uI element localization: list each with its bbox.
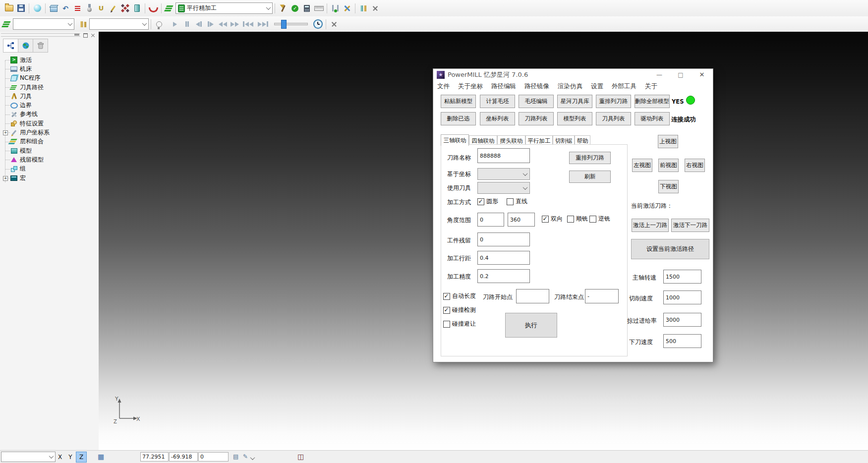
conventional-checkbox[interactable]: 逆铣 — [589, 215, 610, 223]
tree-item-toolpaths[interactable]: 刀具路径 — [3, 83, 98, 92]
toolpath-list-button[interactable]: 刀路列表 — [519, 112, 554, 125]
step-forward-icon[interactable] — [205, 18, 217, 30]
end-point-input[interactable] — [585, 289, 619, 303]
collision-check-icon[interactable]: U — [95, 2, 107, 14]
transform-swap-icon[interactable] — [341, 2, 353, 14]
view-bottom-button[interactable]: 下视图 — [658, 180, 679, 193]
tree-item-macros[interactable]: +宏 — [3, 174, 98, 182]
tree-item-models[interactable]: 模型 — [3, 146, 98, 155]
coord-y-input[interactable] — [169, 452, 198, 462]
angle-from-input[interactable] — [477, 213, 504, 227]
shaded-render-icon[interactable] — [31, 2, 43, 14]
tree-item-groups[interactable]: 组 — [3, 165, 98, 174]
measure-ruler-icon[interactable] — [313, 2, 325, 14]
expand-plus-icon[interactable]: + — [3, 176, 8, 181]
tree-item-stock-models[interactable]: 残留模型 — [3, 155, 98, 164]
dialog-titlebar[interactable]: ★ PowerMILL 忆梦星河 7.0.6 — [433, 69, 713, 81]
menu-render-sim[interactable]: 渲染仿真 — [558, 82, 582, 91]
machine-clamp-icon[interactable] — [329, 2, 341, 14]
coord-x-input[interactable] — [140, 452, 169, 462]
paste-new-model-button[interactable]: 粘贴新模型 — [441, 95, 476, 108]
block-edit-button[interactable]: 毛坯编辑 — [519, 95, 554, 108]
grid-table-icon[interactable]: ▦ — [98, 453, 104, 460]
menu-external-tools[interactable]: 外部工具 — [612, 82, 637, 91]
close-button[interactable]: ✕ — [696, 70, 708, 80]
method-line-checkbox[interactable]: 直线 — [507, 197, 527, 206]
coord-list-button[interactable]: 坐标列表 — [480, 112, 515, 125]
activate-prev-button[interactable]: 激活上一刀路 — [632, 219, 669, 232]
rearrange-button[interactable]: 重排列刀路 — [569, 152, 611, 164]
toolbar-close-icon[interactable] — [369, 2, 381, 14]
plunge-speed-input[interactable] — [663, 334, 701, 348]
tree-item-machine[interactable]: 机床 — [3, 64, 98, 73]
ball-tool-icon[interactable] — [83, 2, 95, 14]
panel-grip[interactable] — [1, 33, 80, 37]
tab-3axis[interactable]: 三轴联动 — [441, 134, 469, 146]
speed-slider[interactable] — [274, 23, 308, 25]
refresh-button[interactable]: 刷新 — [569, 171, 611, 183]
menu-coordinates[interactable]: 关于坐标 — [458, 82, 483, 91]
save-icon[interactable] — [15, 2, 27, 14]
menu-about[interactable]: 关于 — [645, 82, 657, 91]
tool-combo[interactable] — [477, 182, 530, 194]
tool-list-button[interactable]: 刀具列表 — [596, 112, 631, 125]
lightbulb-icon[interactable] — [153, 18, 165, 30]
clock-icon[interactable] — [312, 18, 324, 30]
view-left-button[interactable]: 左视图 — [632, 159, 652, 172]
tree-item-levels[interactable]: 层和组合 — [3, 137, 98, 146]
screen-icon[interactable]: ◫ — [297, 453, 304, 460]
view-top-button[interactable]: 上视图 — [658, 135, 678, 148]
calculator-icon[interactable] — [301, 2, 313, 14]
menu-settings[interactable]: 设置 — [591, 82, 603, 91]
thread-mill-icon[interactable] — [147, 2, 159, 14]
minimize-button[interactable]: — — [653, 70, 665, 80]
coord-z-input[interactable] — [198, 452, 229, 462]
drive-list-button[interactable]: 驱动列表 — [635, 112, 670, 125]
execute-button[interactable]: 执行 — [505, 313, 557, 338]
go-start-icon[interactable] — [240, 18, 255, 30]
tree-item-feature-sets[interactable]: 特征设置 — [3, 119, 98, 128]
strategy-combo[interactable]: 平行精加工 — [175, 2, 273, 14]
activate-next-button[interactable]: 激活下一刀路 — [671, 219, 709, 232]
fast-forward-icon[interactable] — [229, 18, 240, 30]
toolpath-undo-icon[interactable]: ↶ — [59, 2, 71, 14]
calc-block-button[interactable]: 计算毛坯 — [480, 95, 515, 108]
auto-length-checkbox[interactable]: 自动长度 — [443, 292, 476, 300]
speed-slider-handle[interactable] — [281, 20, 287, 29]
nc-program-combo[interactable] — [13, 18, 74, 30]
menu-path-edit[interactable]: 路径编辑 — [491, 82, 516, 91]
panel-close-icon[interactable] — [90, 32, 96, 38]
coord-combo[interactable] — [477, 168, 530, 180]
delete-all-models-button[interactable]: 删除全部模型 — [635, 95, 670, 108]
menu-file[interactable]: 文件 — [437, 82, 450, 91]
axis-z-button[interactable]: Z — [76, 452, 87, 463]
step-back-icon[interactable] — [193, 18, 205, 30]
spindle-speed-input[interactable] — [663, 270, 701, 284]
set-active-path-button[interactable]: 设置当前激活路径 — [631, 239, 709, 259]
view-right-button[interactable]: 右视图 — [685, 159, 705, 172]
tab-globe[interactable] — [18, 39, 33, 53]
delete-selected-button[interactable]: 删除已选 — [441, 112, 476, 125]
go-end-icon[interactable] — [255, 18, 270, 30]
panel-float-icon[interactable] — [82, 32, 89, 38]
stock-input[interactable] — [477, 232, 530, 246]
view-front-button[interactable]: 前视图 — [658, 159, 679, 172]
turning-tool-icon[interactable] — [71, 2, 83, 14]
create-block-icon[interactable] — [48, 2, 59, 14]
collision-avoid-checkbox[interactable]: 碰撞避让 — [443, 320, 476, 328]
model-list-button[interactable]: 模型列表 — [557, 112, 592, 125]
tree-item-tools[interactable]: 刀具 — [3, 92, 98, 101]
tools-icon[interactable] — [77, 18, 89, 30]
toolpath-combo[interactable] — [89, 18, 149, 30]
tree-item-boundaries[interactable]: 边界 — [3, 101, 98, 110]
hatchet-icon[interactable] — [277, 2, 289, 14]
tolerance-input[interactable] — [477, 269, 530, 283]
climb-checkbox[interactable]: 顺铣 — [567, 215, 588, 223]
annotate-pencil-icon[interactable] — [107, 2, 119, 14]
tool-library-button[interactable]: 星河刀具库 — [557, 95, 592, 108]
stepover-input[interactable] — [477, 251, 530, 265]
rewind-icon[interactable] — [217, 18, 229, 30]
angle-to-input[interactable] — [508, 213, 535, 227]
collision-check-checkbox[interactable]: 碰撞检测 — [443, 306, 476, 314]
tree-item-nc-programs[interactable]: NC程序 — [3, 74, 98, 83]
